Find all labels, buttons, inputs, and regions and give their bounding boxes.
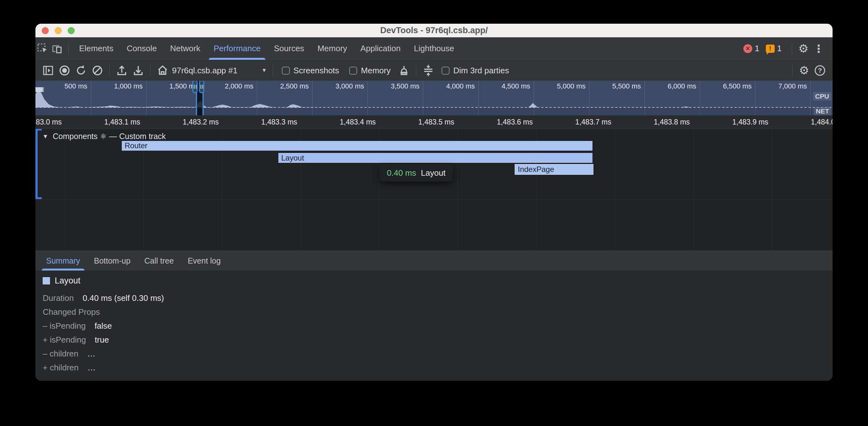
reload-and-record-icon[interactable] <box>73 62 89 79</box>
traffic-lights <box>42 24 75 37</box>
zoom-window-button[interactable] <box>68 27 75 34</box>
help-icon[interactable]: ? <box>812 62 828 79</box>
timeline-overview[interactable]: 500 ms1,000 ms1,500 ms2,000 ms2,500 ms3,… <box>35 81 833 116</box>
issues-count: 1 <box>777 44 782 54</box>
titlebar: DevTools - 97r6ql.csb.app/ <box>35 24 833 37</box>
summary-row: Changed Props <box>43 307 164 321</box>
overview-tick-label: 3,000 ms <box>336 82 367 90</box>
clear-recording-icon[interactable] <box>89 62 106 79</box>
overview-gridline <box>810 81 811 116</box>
overview-gridline <box>91 81 91 116</box>
devtools-window: DevTools - 97r6ql.csb.app/ ElementsConso… <box>35 24 833 381</box>
load-profile-icon[interactable] <box>114 62 130 79</box>
summary-row-label: + children <box>43 363 79 372</box>
details-tab-event-log[interactable]: Event log <box>181 251 227 270</box>
memory-label: Memory <box>361 66 391 75</box>
disclosure-triangle-icon[interactable]: ▼ <box>42 133 49 140</box>
tooltip-duration: 0.40 ms <box>387 168 416 178</box>
tab-performance[interactable]: Performance <box>207 37 267 60</box>
save-profile-icon[interactable] <box>130 62 147 79</box>
dim-3rd-parties-checkbox[interactable] <box>442 67 450 74</box>
details-tab-call-tree[interactable]: Call tree <box>137 251 181 270</box>
tab-lighthouse[interactable]: Lighthouse <box>407 37 461 60</box>
home-icon[interactable] <box>154 62 171 79</box>
memory-toggle[interactable]: Memory <box>349 66 391 75</box>
summary-rows: Duration0.40 ms (self 0.30 ms)Changed Pr… <box>43 293 164 377</box>
overview-tick-label: 500 ms <box>65 82 90 90</box>
overview-gridline <box>534 81 534 116</box>
selected-track-bracket <box>35 129 38 199</box>
toggle-sidebar-icon[interactable] <box>40 62 56 79</box>
row-separator <box>35 199 833 199</box>
net-lane-label: NET <box>814 107 831 116</box>
detail-tick-label: 1,483.7 ms <box>576 118 615 126</box>
tab-console[interactable]: Console <box>120 37 163 60</box>
overview-gridline <box>312 81 313 116</box>
summary-row-label: Changed Props <box>43 307 100 317</box>
detail-tick-label: 1,483.9 ms <box>732 118 772 126</box>
overview-tick-label: 4,500 ms <box>502 82 533 90</box>
tab-application[interactable]: Application <box>354 37 407 60</box>
record-button[interactable] <box>56 62 73 79</box>
screenshot-thumbnail <box>35 87 44 92</box>
summary-row-label: – isPending <box>43 321 86 331</box>
flame-event-indexpage[interactable]: IndexPage <box>515 164 593 175</box>
issues-icon: ! <box>766 44 775 53</box>
summary-row-label: – children <box>43 349 79 359</box>
flame-chart[interactable]: ▼ Components ⚛ — Custom track RouterLayo… <box>35 129 833 251</box>
tab-sources[interactable]: Sources <box>267 37 311 60</box>
detail-tick-label: 1,483.6 ms <box>497 118 536 126</box>
details-tab-summary[interactable]: Summary <box>39 251 87 270</box>
overview-gridline <box>368 81 368 116</box>
device-toolbar-icon[interactable] <box>50 41 65 56</box>
detail-tick-label: 1,483.1 ms <box>104 118 143 126</box>
collapse-rows-icon[interactable] <box>420 62 437 79</box>
performance-toolbar: 97r6ql.csb.app #1 ▼ Screenshots Memory <box>35 60 833 81</box>
overview-tick-label: 5,000 ms <box>557 82 589 90</box>
selection-left-handle[interactable] <box>192 81 198 93</box>
screenshots-checkbox[interactable] <box>282 67 290 74</box>
more-options-icon[interactable]: ⋮ <box>811 41 826 56</box>
collect-garbage-icon[interactable] <box>396 62 412 79</box>
screenshots-toggle[interactable]: Screenshots <box>282 66 339 75</box>
tabbar-right-cluster: ✕ 1 ! 1 ⚙ ⋮ <box>743 41 833 56</box>
overview-gridline <box>755 81 755 116</box>
settings-gear-icon[interactable]: ⚙ <box>796 41 811 56</box>
overview-tick-label: 3,500 ms <box>391 82 423 90</box>
memory-checkbox[interactable] <box>349 67 357 74</box>
target-selector[interactable]: 97r6ql.csb.app #1 ▼ <box>172 66 267 75</box>
track-header-label: Components ⚛ — Custom track <box>53 132 166 141</box>
selection-right-handle[interactable] <box>199 81 204 93</box>
detail-time-ruler: 1,483.0 ms1,483.1 ms1,483.2 ms1,483.3 ms… <box>35 116 833 129</box>
track-header[interactable]: ▼ Components ⚛ — Custom track <box>42 132 166 141</box>
event-tooltip: 0.40 ms Layout <box>380 165 453 182</box>
close-window-button[interactable] <box>42 27 49 34</box>
target-selector-value: 97r6ql.csb.app #1 <box>172 66 238 75</box>
overview-gridline <box>478 81 478 116</box>
flame-event-router[interactable]: Router <box>122 141 592 151</box>
minimize-window-button[interactable] <box>55 27 62 34</box>
overview-gridline <box>589 81 589 116</box>
tab-network[interactable]: Network <box>163 37 207 60</box>
summary-row: + isPendingtrue <box>43 335 164 349</box>
flame-event-layout[interactable]: Layout <box>278 153 592 163</box>
tab-elements[interactable]: Elements <box>72 37 120 60</box>
inspect-element-icon[interactable] <box>35 41 50 56</box>
issues-badge[interactable]: ! 1 <box>766 44 782 54</box>
overview-tick-label: 5,500 ms <box>612 82 644 90</box>
summary-pane: Layout Duration0.40 ms (self 0.30 ms)Cha… <box>35 270 833 381</box>
tooltip-name: Layout <box>421 168 446 178</box>
error-count: 1 <box>755 44 759 54</box>
dim-3rd-parties-toggle[interactable]: Dim 3rd parties <box>442 66 509 75</box>
window-title: DevTools - 97r6ql.csb.app/ <box>35 26 833 35</box>
overview-tick-label: 6,500 ms <box>723 82 755 90</box>
flame-gridline <box>693 129 693 251</box>
details-tab-bottom-up[interactable]: Bottom-up <box>87 251 137 270</box>
chevron-down-icon: ▼ <box>261 67 267 74</box>
capture-settings-gear-icon[interactable]: ⚙ <box>797 63 812 78</box>
summary-row-value: 0.40 ms (self 0.30 ms) <box>83 293 164 303</box>
overview-tick-label: 2,500 ms <box>280 82 312 90</box>
summary-title-row: Layout <box>43 276 80 286</box>
error-badge[interactable]: ✕ 1 <box>743 44 759 54</box>
tab-memory[interactable]: Memory <box>311 37 354 60</box>
